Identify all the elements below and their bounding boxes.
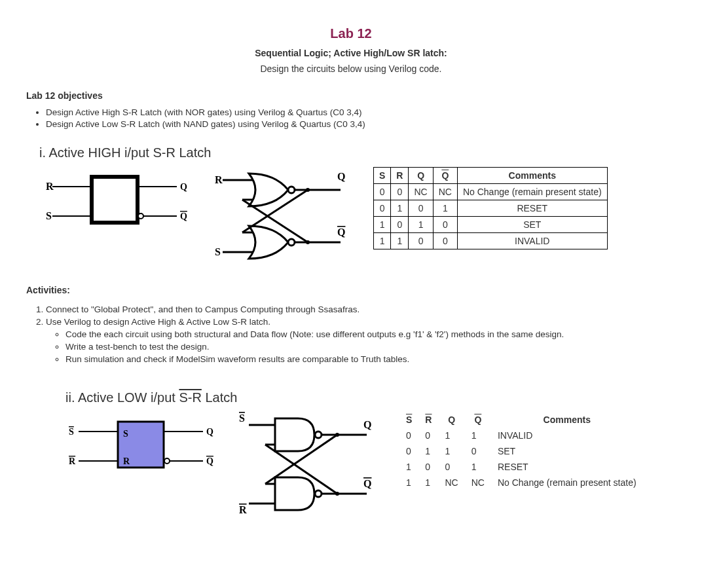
svg-point-25 [306,240,310,244]
objective-item: Design Active Low S-R Latch (with NAND g… [46,119,676,129]
th: R [418,412,438,428]
page-title: Lab 12 [26,26,676,41]
svg-point-7 [138,213,143,219]
th: Q [409,168,433,184]
section1-title: i. Active HIGH i/put S-R Latch [39,145,676,160]
activities-sublist: Code the each circuit using both structu… [59,329,676,364]
svg-point-24 [306,188,310,192]
th: Q [438,412,464,428]
nand-gate-diagram: S Q R Q [236,412,380,517]
svg-text:R: R [239,504,247,515]
svg-point-53 [335,492,339,496]
sub-item: Run simulation and check if ModelSim wav… [65,354,676,364]
block-diagram-high: R S Q Q [39,167,190,239]
svg-text:Q: Q [206,456,213,466]
svg-point-16 [288,239,295,246]
svg-point-52 [335,433,339,437]
activity-item: Connect to "Global Protect", and then to… [46,304,676,314]
svg-text:S: S [239,413,245,424]
objectives-list: Design Active High S-R Latch (with NOR g… [39,107,676,129]
nor-gate-diagram: R Q S Q [210,167,354,265]
svg-text:Q: Q [337,227,345,238]
svg-text:S: S [215,246,221,257]
th: S [374,168,391,184]
svg-rect-0 [92,177,138,223]
th: S [399,412,418,428]
svg-point-35 [164,458,170,464]
svg-text:Q: Q [180,182,187,192]
section2-row: S S R R Q Q S Q R Q S [65,412,676,517]
svg-text:R: R [215,174,223,185]
th: Comments [457,168,607,184]
truth-table-high: S R Q Q Comments 00NCNCNo Change (remain… [373,167,608,249]
svg-point-10 [288,187,295,193]
subtitle: Sequential Logic; Active High/Low SR lat… [26,48,676,58]
th: Q [465,412,491,428]
th: R [391,168,409,184]
sub-item: Code the each circuit using both structu… [65,329,676,339]
sub-item: Write a test-bench to test the design. [65,342,676,352]
activity-item: Use Verilog to design Active High & Acti… [46,317,676,364]
svg-text:R: R [123,456,130,466]
intro-text: Design the circuits below using Verilog … [26,64,676,74]
activities-heading: Activities: [26,285,676,295]
svg-text:S: S [46,210,52,221]
svg-text:S: S [69,427,74,437]
svg-point-38 [315,432,322,438]
th: Comments [491,412,643,428]
truth-table-low: S R Q Q Comments 0011INVALID 0110SET 100… [399,412,643,490]
svg-text:Q: Q [206,427,213,437]
objectives-heading: Lab 12 objectives [26,90,676,101]
svg-text:Q: Q [180,211,187,221]
svg-text:S: S [123,429,128,439]
svg-text:Q: Q [363,478,371,489]
svg-text:Q: Q [363,419,371,430]
svg-text:Q: Q [337,171,345,182]
svg-text:R: R [46,181,54,192]
activities-list: Connect to "Global Protect", and then to… [33,304,676,364]
section2-title: ii. Active LOW i/put S-R Latch [65,390,676,405]
section1-row: R S Q Q R Q S Q S R Q [39,167,676,265]
svg-text:R: R [69,456,76,466]
th: Q [433,168,457,184]
block-diagram-low: S S R R Q Q [65,412,216,484]
svg-point-44 [315,490,322,497]
objective-item: Design Active High S-R Latch (with NOR g… [46,107,676,117]
